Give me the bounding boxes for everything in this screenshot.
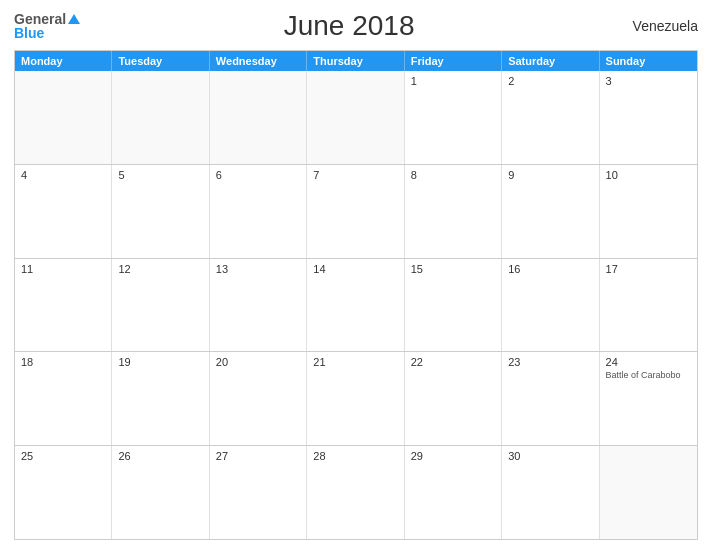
calendar-day: 24Battle of Carabobo [600,352,697,445]
logo-triangle-icon [68,14,80,24]
calendar-week-4: 18192021222324Battle of Carabobo [15,352,697,446]
day-number: 10 [606,169,691,181]
day-number: 3 [606,75,691,87]
calendar-week-2: 45678910 [15,165,697,259]
calendar-page: General Blue June 2018 Venezuela Monday … [0,0,712,550]
header-saturday: Saturday [502,51,599,71]
header-sunday: Sunday [600,51,697,71]
day-number: 7 [313,169,397,181]
page-title: June 2018 [80,10,618,42]
calendar-day: 8 [405,165,502,258]
day-number: 28 [313,450,397,462]
header-thursday: Thursday [307,51,404,71]
calendar-week-1: 123 [15,71,697,165]
day-event: Battle of Carabobo [606,370,691,382]
day-number: 29 [411,450,495,462]
page-header: General Blue June 2018 Venezuela [14,10,698,42]
calendar-day: 10 [600,165,697,258]
day-number: 30 [508,450,592,462]
day-number: 19 [118,356,202,368]
day-number: 20 [216,356,300,368]
calendar-day: 23 [502,352,599,445]
calendar-header: Monday Tuesday Wednesday Thursday Friday… [15,51,697,71]
calendar-day: 19 [112,352,209,445]
day-number: 11 [21,263,105,275]
calendar-day: 4 [15,165,112,258]
calendar-day: 3 [600,71,697,164]
day-number: 21 [313,356,397,368]
header-friday: Friday [405,51,502,71]
day-number: 24 [606,356,691,368]
day-number: 18 [21,356,105,368]
day-number: 26 [118,450,202,462]
calendar-day: 22 [405,352,502,445]
day-number: 12 [118,263,202,275]
logo-general-text: General [14,12,66,26]
day-number: 13 [216,263,300,275]
day-number: 16 [508,263,592,275]
calendar-day: 14 [307,259,404,352]
day-number: 4 [21,169,105,181]
calendar-day: 9 [502,165,599,258]
day-number: 17 [606,263,691,275]
day-number: 27 [216,450,300,462]
calendar-day: 2 [502,71,599,164]
day-number: 6 [216,169,300,181]
calendar-day [307,71,404,164]
header-tuesday: Tuesday [112,51,209,71]
day-number: 23 [508,356,592,368]
calendar-day: 18 [15,352,112,445]
calendar-day: 27 [210,446,307,539]
calendar-body: 123456789101112131415161718192021222324B… [15,71,697,539]
logo-blue-text: Blue [14,26,44,40]
calendar-grid: Monday Tuesday Wednesday Thursday Friday… [14,50,698,540]
day-number: 25 [21,450,105,462]
day-number: 15 [411,263,495,275]
calendar-week-5: 252627282930 [15,446,697,539]
day-number: 14 [313,263,397,275]
calendar-day: 30 [502,446,599,539]
calendar-day: 16 [502,259,599,352]
day-number: 9 [508,169,592,181]
logo: General Blue [14,12,80,40]
country-label: Venezuela [618,18,698,34]
calendar-day: 7 [307,165,404,258]
calendar-day: 5 [112,165,209,258]
calendar-day: 13 [210,259,307,352]
calendar-day: 12 [112,259,209,352]
calendar-day [15,71,112,164]
calendar-day: 17 [600,259,697,352]
calendar-day [600,446,697,539]
calendar-day: 1 [405,71,502,164]
day-number: 2 [508,75,592,87]
calendar-day: 29 [405,446,502,539]
day-number: 5 [118,169,202,181]
calendar-day: 28 [307,446,404,539]
calendar-week-3: 11121314151617 [15,259,697,353]
day-number: 8 [411,169,495,181]
day-number: 22 [411,356,495,368]
calendar-day: 11 [15,259,112,352]
calendar-day: 26 [112,446,209,539]
calendar-day: 21 [307,352,404,445]
header-wednesday: Wednesday [210,51,307,71]
header-monday: Monday [15,51,112,71]
calendar-day: 20 [210,352,307,445]
calendar-day [210,71,307,164]
calendar-day [112,71,209,164]
calendar-day: 25 [15,446,112,539]
day-number: 1 [411,75,495,87]
calendar-day: 6 [210,165,307,258]
calendar-day: 15 [405,259,502,352]
